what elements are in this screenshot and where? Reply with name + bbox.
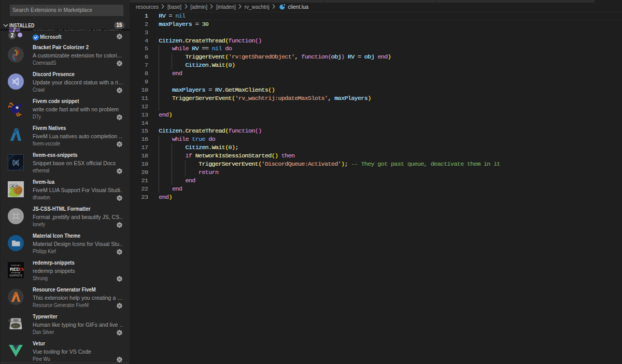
svg-text:EM: EM (18, 267, 24, 272)
svg-text:ROLEPLAY: ROLEPLAY (11, 272, 21, 274)
svg-text:SNIPPETS: SNIPPETS (9, 274, 22, 277)
